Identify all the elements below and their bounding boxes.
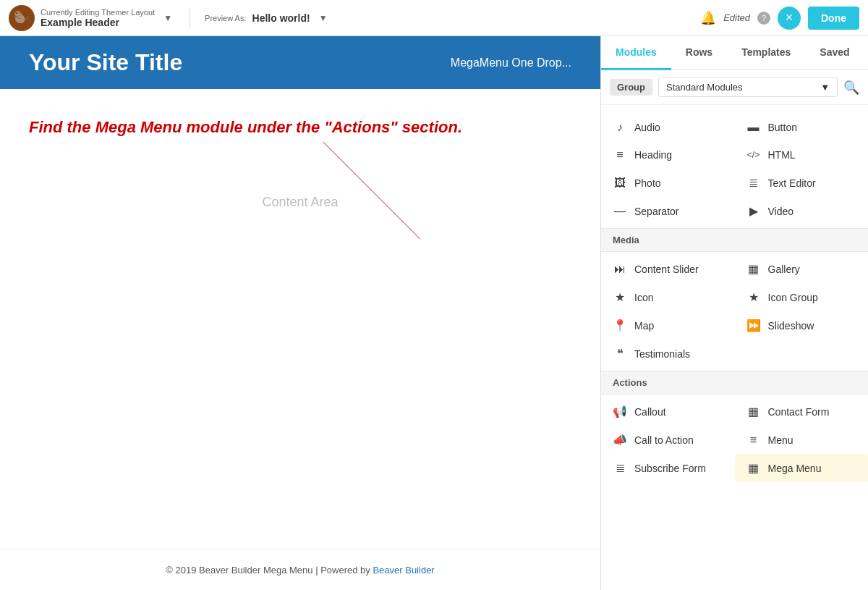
- module-html-label: HTML: [768, 149, 796, 161]
- module-contact-form[interactable]: ▦ Contact Form: [735, 397, 869, 426]
- module-testimonials[interactable]: ❝ Testimonials: [601, 340, 735, 368]
- content-slider-icon: ⏭: [613, 263, 627, 276]
- media-modules-grid: ⏭ Content Slider ▦ Gallery ★ Icon ★ Icon…: [601, 252, 868, 371]
- gallery-icon: ▦: [746, 262, 761, 276]
- testimonials-icon: ❝: [613, 347, 627, 361]
- site-footer: © 2019 Beaver Builder Mega Menu | Powere…: [0, 549, 600, 590]
- photo-icon: 🖼: [613, 177, 627, 190]
- module-call-to-action-label: Call to Action: [634, 434, 694, 446]
- module-subscribe-form-label: Subscribe Form: [634, 463, 706, 474]
- module-icon[interactable]: ★ Icon: [601, 283, 735, 311]
- section-header-media: Media: [601, 228, 868, 252]
- module-content-slider-label: Content Slider: [634, 264, 699, 275]
- heading-icon: ≡: [613, 148, 627, 161]
- group-filter: Group Standard Modules ▼ 🔍: [601, 70, 868, 105]
- tab-templates[interactable]: Templates: [727, 36, 805, 70]
- tab-modules[interactable]: Modules: [601, 36, 671, 70]
- arrow-overlay: [0, 89, 600, 239]
- mega-menu-icon: ▦: [746, 461, 761, 475]
- modules-list: ♪ Audio ▬ Button ≡ Heading </> HTML: [601, 105, 868, 590]
- separator-icon: —: [613, 205, 627, 218]
- module-callout[interactable]: 📢 Callout: [601, 397, 735, 426]
- module-slideshow-label: Slideshow: [768, 320, 814, 332]
- preview-dropdown-arrow[interactable]: ▼: [316, 10, 331, 26]
- site-nav: MegaMenu One Drop...: [451, 56, 571, 69]
- module-gallery-label: Gallery: [768, 264, 800, 275]
- map-icon: 📍: [613, 319, 627, 332]
- module-call-to-action[interactable]: 📣 Call to Action: [601, 426, 735, 454]
- module-slideshow[interactable]: ⏩ Slideshow: [735, 311, 869, 340]
- module-mega-menu[interactable]: ▦ Mega Menu: [735, 454, 869, 482]
- content-area: Find the Mega Menu module under the "Act…: [0, 89, 600, 239]
- module-audio-label: Audio: [634, 122, 660, 133]
- preview-label: Preview As:: [205, 14, 246, 22]
- right-panel: Modules Rows Templates Saved Group Stand…: [600, 36, 868, 590]
- module-audio[interactable]: ♪ Audio: [601, 114, 735, 141]
- site-title: Your Site Title: [29, 49, 182, 76]
- module-heading[interactable]: ≡ Heading: [601, 141, 735, 169]
- close-button[interactable]: ×: [778, 7, 801, 30]
- footer-link[interactable]: Beaver Builder: [373, 565, 434, 576]
- callout-icon: 📢: [613, 405, 627, 418]
- edited-badge: Edited: [723, 12, 750, 23]
- footer-text: © 2019 Beaver Builder Mega Menu | Powere…: [166, 565, 373, 576]
- canvas: Your Site Title MegaMenu One Drop... Fin…: [0, 36, 600, 590]
- module-subscribe-form[interactable]: ≣ Subscribe Form: [601, 454, 735, 482]
- module-mega-menu-label: Mega Menu: [768, 463, 822, 474]
- svg-line-0: [323, 142, 427, 239]
- notification-bell-icon[interactable]: 🔔: [700, 10, 716, 26]
- module-text-editor[interactable]: ≣ Text Editor: [735, 169, 869, 197]
- panel-tabs: Modules Rows Templates Saved: [601, 36, 868, 70]
- search-button[interactable]: 🔍: [843, 80, 859, 96]
- module-photo[interactable]: 🖼 Photo: [601, 169, 735, 197]
- menu-icon: ≡: [746, 434, 761, 447]
- icon-group-icon: ★: [746, 290, 761, 304]
- module-icon-group-label: Icon Group: [768, 292, 818, 303]
- subscribe-form-icon: ≣: [613, 461, 627, 475]
- module-html[interactable]: </> HTML: [735, 141, 869, 169]
- module-empty: [735, 340, 869, 368]
- top-bar-divider: [190, 7, 190, 29]
- top-bar-right: 🔔 Edited ? × Done: [700, 7, 859, 30]
- text-editor-icon: ≣: [746, 176, 761, 190]
- group-select[interactable]: Standard Modules ▼: [658, 77, 838, 97]
- module-callout-label: Callout: [634, 406, 666, 418]
- module-menu-label: Menu: [768, 434, 793, 446]
- tab-rows[interactable]: Rows: [671, 36, 727, 70]
- icon-module-icon: ★: [613, 290, 627, 304]
- module-content-slider[interactable]: ⏭ Content Slider: [601, 255, 735, 283]
- content-placeholder: Content Area: [29, 195, 571, 210]
- module-map[interactable]: 📍 Map: [601, 311, 735, 340]
- call-to-action-icon: 📣: [613, 433, 627, 447]
- help-icon[interactable]: ?: [757, 12, 770, 25]
- editing-label: Currently Editing Themer Layout: [41, 8, 155, 17]
- contact-form-icon: ▦: [746, 405, 761, 418]
- module-contact-form-label: Contact Form: [768, 406, 830, 418]
- module-icon-label: Icon: [634, 292, 653, 303]
- module-heading-label: Heading: [634, 149, 672, 161]
- module-map-label: Map: [634, 320, 654, 332]
- tab-saved[interactable]: Saved: [805, 36, 864, 70]
- section-header-actions: Actions: [601, 371, 868, 395]
- module-separator[interactable]: — Separator: [601, 197, 735, 225]
- module-video[interactable]: ▶ Video: [735, 197, 869, 225]
- module-icon-group[interactable]: ★ Icon Group: [735, 283, 869, 311]
- preview-value: Hello world!: [252, 12, 310, 24]
- slideshow-icon: ⏩: [746, 319, 761, 332]
- module-button[interactable]: ▬ Button: [735, 114, 869, 141]
- done-button[interactable]: Done: [808, 7, 859, 30]
- module-gallery[interactable]: ▦ Gallery: [735, 255, 869, 283]
- group-select-arrow: ▼: [820, 82, 830, 93]
- site-header: Your Site Title MegaMenu One Drop...: [0, 36, 600, 89]
- preview-section: Preview As: Hello world! ▼: [205, 10, 330, 26]
- annotation-text: Find the Mega Menu module under the "Act…: [29, 118, 571, 137]
- top-bar: 🦫 Currently Editing Themer Layout Exampl…: [0, 0, 868, 36]
- group-label: Group: [610, 79, 652, 96]
- actions-modules-grid: 📢 Callout ▦ Contact Form 📣 Call to Actio…: [601, 395, 868, 485]
- module-menu[interactable]: ≡ Menu: [735, 426, 869, 454]
- editing-dropdown-arrow[interactable]: ▼: [161, 10, 175, 26]
- group-select-value: Standard Modules: [666, 82, 743, 93]
- module-photo-label: Photo: [634, 177, 661, 189]
- module-separator-label: Separator: [634, 206, 678, 217]
- html-icon: </>: [746, 150, 761, 160]
